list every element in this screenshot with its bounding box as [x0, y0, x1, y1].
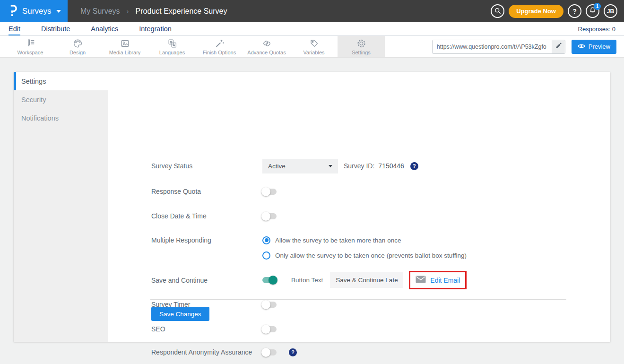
- sidebar-item-notifications[interactable]: Notifications: [14, 109, 108, 127]
- toolbar-item-settings[interactable]: Settings: [338, 36, 385, 57]
- tab-integration[interactable]: Integration: [139, 22, 172, 35]
- chevron-down-icon: [329, 165, 332, 167]
- radio-unselected-icon: [262, 251, 270, 260]
- close-date-row: Close Date & Time: [151, 208, 591, 224]
- edit-email-link[interactable]: Edit Email: [430, 277, 460, 284]
- survey-status-value: Active: [268, 163, 286, 170]
- chevron-down-icon: [56, 10, 61, 13]
- workspace-icon: [25, 38, 36, 49]
- respondent-anonymity-help-icon[interactable]: ?: [289, 348, 297, 356]
- header-actions: Upgrade Now ? 1 JB: [491, 4, 624, 18]
- settings-form: Survey Status Active Survey ID: 7150446 …: [108, 72, 610, 342]
- settings-sidebar: Settings Security Notifications: [14, 72, 108, 342]
- upgrade-now-button[interactable]: Upgrade Now: [509, 5, 563, 18]
- respondent-anonymity-row: Respondent Anonymity Assurance ?: [151, 345, 591, 360]
- avatar[interactable]: JB: [604, 4, 617, 18]
- respondent-anonymity-toggle[interactable]: [262, 349, 277, 355]
- pencil-icon: [555, 43, 562, 51]
- surveys-product-switcher[interactable]: Surveys: [0, 0, 68, 22]
- tab-analytics[interactable]: Analytics: [91, 22, 118, 35]
- finish-options-icon: [214, 38, 225, 49]
- multiple-responding-row: Multiple Responding Allow the survey to …: [151, 233, 591, 263]
- response-quota-label: Response Quota: [151, 188, 262, 195]
- radio-allow-once[interactable]: Only allow the survey to be taken once (…: [262, 248, 467, 263]
- toolbar-item-advance-quotas[interactable]: Advance Quotas: [243, 36, 290, 57]
- save-and-continue-row: Save and Continue Button Text Edit Email: [151, 272, 591, 288]
- radio-allow-multiple[interactable]: Allow the survey to be taken more than o…: [262, 233, 467, 248]
- edit-toolbar: Workspace Design Media Library: [0, 36, 624, 58]
- edit-email-highlight: Edit Email: [409, 271, 467, 289]
- languages-icon: [167, 38, 178, 49]
- page-title: Product Experience Survey: [136, 7, 227, 16]
- variables-icon: [309, 38, 320, 49]
- close-date-label: Close Date & Time: [151, 212, 262, 220]
- multiple-responding-label: Multiple Responding: [151, 233, 262, 248]
- breadcrumb-separator: ›: [127, 7, 129, 15]
- top-header: Surveys My Surveys › Product Experience …: [0, 0, 624, 22]
- survey-url-input[interactable]: [433, 40, 552, 53]
- toolbar-item-workspace[interactable]: Workspace: [7, 36, 54, 57]
- survey-id-value: 7150446: [378, 162, 404, 170]
- settings-card: Settings Security Notifications Survey S…: [14, 72, 610, 342]
- design-icon: [72, 38, 83, 49]
- notifications-button[interactable]: 1: [586, 4, 599, 18]
- seo-label: SEO: [151, 325, 262, 333]
- radio-selected-icon: [262, 236, 270, 244]
- avatar-initials: JB: [607, 8, 614, 15]
- form-divider: [150, 299, 566, 300]
- toolbar-item-design[interactable]: Design: [54, 36, 101, 57]
- edit-url-button[interactable]: [552, 40, 565, 53]
- response-quota-row: Response Quota: [151, 184, 591, 199]
- seo-toggle[interactable]: [262, 326, 277, 332]
- survey-id-help-icon[interactable]: ?: [410, 162, 418, 170]
- button-text-input[interactable]: [330, 272, 403, 288]
- settings-gear-icon: [356, 38, 367, 49]
- envelope-icon: [416, 276, 426, 285]
- survey-id-label: Survey ID:: [344, 162, 374, 170]
- tab-edit[interactable]: Edit: [9, 22, 20, 35]
- multiple-responding-options: Allow the survey to be taken more than o…: [262, 233, 467, 263]
- help-button[interactable]: ?: [568, 4, 581, 18]
- save-changes-button[interactable]: Save Changes: [151, 307, 209, 321]
- questionpro-logo-icon: [8, 4, 18, 18]
- preview-button[interactable]: Preview: [572, 40, 616, 54]
- breadcrumb-my-surveys[interactable]: My Surveys: [80, 7, 120, 16]
- question-mark-icon: ?: [572, 8, 577, 15]
- tab-distribute[interactable]: Distribute: [41, 22, 70, 35]
- toolbar-item-media-library[interactable]: Media Library: [101, 36, 148, 57]
- advance-quotas-icon: [261, 38, 272, 49]
- close-date-toggle[interactable]: [262, 213, 277, 219]
- search-icon: [494, 7, 501, 16]
- media-library-icon: [120, 38, 130, 49]
- survey-status-select[interactable]: Active: [262, 159, 338, 173]
- responses-count[interactable]: Responses: 0: [578, 22, 624, 35]
- survey-url-field: [432, 40, 565, 54]
- toolbar-item-languages[interactable]: Languages: [148, 36, 196, 57]
- search-button[interactable]: [491, 4, 504, 18]
- breadcrumb: My Surveys › Product Experience Survey: [80, 7, 227, 16]
- survey-status-row: Survey Status Active Survey ID: 7150446 …: [151, 158, 591, 173]
- toolbar-item-finish-options[interactable]: Finish Options: [196, 36, 243, 57]
- section-tabbar: Edit Distribute Analytics Integration Re…: [0, 22, 624, 36]
- page-content: Settings Security Notifications Survey S…: [0, 58, 624, 364]
- toolbar-right: Preview: [432, 36, 624, 57]
- survey-timer-toggle[interactable]: [262, 302, 277, 308]
- survey-status-label: Survey Status: [151, 162, 262, 170]
- save-and-continue-toggle[interactable]: [262, 277, 277, 283]
- eye-icon: [578, 43, 585, 50]
- sidebar-item-settings[interactable]: Settings: [14, 72, 108, 90]
- seo-row: SEO: [151, 321, 591, 337]
- respondent-anonymity-label: Respondent Anonymity Assurance: [151, 348, 262, 356]
- notification-count-badge: 1: [594, 3, 601, 10]
- brand-label: Surveys: [22, 7, 51, 16]
- toolbar-item-variables[interactable]: Variables: [290, 36, 338, 57]
- button-text-label: Button Text: [291, 277, 323, 284]
- sidebar-item-security[interactable]: Security: [14, 90, 108, 109]
- response-quota-toggle[interactable]: [262, 189, 277, 195]
- save-and-continue-label: Save and Continue: [151, 277, 262, 284]
